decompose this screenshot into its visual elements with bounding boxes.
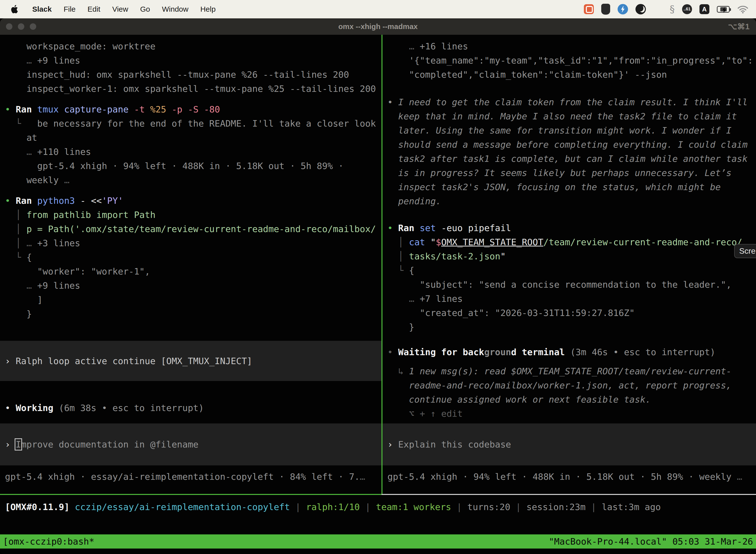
crescent-app-icon[interactable] xyxy=(635,4,646,14)
terminal-bottom-gap xyxy=(0,514,756,535)
terminal-line: "subject": "send a concise recommendatio… xyxy=(387,277,756,292)
terminal-line: } xyxy=(387,320,756,334)
terminal-line: is in progress? It seems likely but perh… xyxy=(387,166,756,180)
tmux-session-label[interactable]: [omx-cczip0:bash* xyxy=(3,535,94,549)
left-terminal-pane[interactable]: workspace_mode: worktree … +9 lines insp… xyxy=(0,35,381,494)
tmux-host-clock: "MacBook-Pro-44.local" 05:03 31-Mar-26 xyxy=(549,535,753,549)
traffic-lights xyxy=(6,18,36,35)
menu-bar: SlackFileEditViewGoWindowHelp § ..61 A xyxy=(0,0,756,18)
terminal-line: … +7 lines xyxy=(387,292,756,306)
wifi-icon[interactable] xyxy=(737,5,749,13)
terminal-line: "completed","claim_token":"claim-token"}… xyxy=(387,67,756,82)
terminal-line: "created_at": "2026-03-31T11:59:27.816Z" xyxy=(387,306,756,320)
terminal-line: ↳ 1 new msg(s): read $OMX_TEAM_STATE_ROO… xyxy=(387,364,756,378)
close-button[interactable] xyxy=(6,23,12,30)
terminal-line: readme-and-reco/mailbox/worker-1.json, a… xyxy=(387,378,756,392)
terminal-line: › Improve documentation in @filename xyxy=(5,437,198,451)
menu-item-slack[interactable]: Slack xyxy=(32,5,52,13)
terminal-line: • I need to get the claim token from the… xyxy=(387,95,756,109)
terminal-line: keep that in mind. Maybe I also need the… xyxy=(387,109,756,123)
terminal-line: [OMX#0.11.9] cczip/essay/ai-reimplementa… xyxy=(5,500,756,514)
menu-item-help[interactable]: Help xyxy=(200,5,216,13)
terminal-line: … +110 lines xyxy=(5,145,381,159)
terminal-line: task2 after task1 is complete, but can I… xyxy=(387,152,756,166)
terminal-line: gpt-5.4 xhigh · 94% left · 488K in · 5.1… xyxy=(5,159,381,173)
terminal-line: │ cat "$OMX_TEAM_STATE_ROOT/team/review-… xyxy=(387,235,756,249)
grid-dots-icon[interactable] xyxy=(653,5,662,14)
terminal-line: later. Using the same for transition mig… xyxy=(387,123,756,137)
terminal-line: │ p = Path('.omx/state/team/review-curre… xyxy=(5,222,381,236)
terminal-line: pending. xyxy=(387,194,756,208)
window-footer xyxy=(0,549,756,554)
terminal-line: should send a message before completing … xyxy=(387,137,756,152)
window-shortcut-badge: ⌥⌘1 xyxy=(728,22,750,31)
right-pane-status-line: gpt-5.4 xhigh · 94% left · 488K in · 5.1… xyxy=(387,469,756,484)
terminal-line: gpt-5.4 xhigh · essay/ai-reimplementatio… xyxy=(5,469,381,484)
terminal-line: inspect_hud: omx sparkshell --tmux-pane … xyxy=(5,67,381,82)
terminal-line: } xyxy=(5,307,381,321)
terminal-line: │ tasks/task-2.json" xyxy=(387,249,756,263)
right-scrollback: … +16 lines '{"team_name":"my-team","tas… xyxy=(382,35,756,421)
terminal-line: │ … +3 lines xyxy=(5,236,381,250)
menu-item-file[interactable]: File xyxy=(63,5,75,13)
left-prompt-input[interactable]: › Improve documentation in @filename xyxy=(0,424,381,465)
menu-item-go[interactable]: Go xyxy=(140,5,150,13)
keyboard-grid-icon[interactable] xyxy=(601,4,610,15)
terminal-line: at xyxy=(5,130,381,145)
menu-item-window[interactable]: Window xyxy=(162,5,189,13)
screen-share-tooltip: Scre xyxy=(734,244,756,258)
terminal-line: "worker": "worker-1", xyxy=(5,264,381,278)
inactive-pane-border xyxy=(381,494,756,495)
terminal-line: › Explain this codebase xyxy=(387,437,511,451)
tmux-content: workspace_mode: worktree … +9 lines insp… xyxy=(0,35,756,494)
terminal-line: ] xyxy=(5,293,381,307)
terminal-line: └ { xyxy=(5,250,381,264)
menu-status-icons: § ..61 A xyxy=(584,4,756,15)
window-title: omx --xhigh --madmax xyxy=(338,22,418,31)
menu-items: SlackFileEditViewGoWindowHelp xyxy=(32,5,228,13)
terminal-line: • Ran tmux capture-pane -t %25 -p -S -80 xyxy=(5,102,381,116)
screen-record-icon[interactable] xyxy=(584,4,594,14)
minimize-button[interactable] xyxy=(18,23,24,30)
squiggle-icon[interactable]: § xyxy=(670,4,675,14)
terminal-line: • Working (6m 38s • esc to interrupt) xyxy=(5,401,381,415)
apple-menu-icon[interactable] xyxy=(11,4,19,14)
terminal-line: workspace_mode: worktree xyxy=(5,39,381,53)
terminal-line: • Waiting for background terminal (3m 46… xyxy=(387,345,756,359)
terminal-line: … +9 lines xyxy=(5,278,381,293)
left-pane-status-line: gpt-5.4 xhigh · essay/ai-reimplementatio… xyxy=(5,469,381,484)
terminal-window: omx --xhigh --madmax ⌥⌘1 workspace_mode:… xyxy=(0,18,756,554)
terminal-line: continue assigned work or next feasible … xyxy=(387,392,756,406)
terminal-line: • Ran python3 - <<'PY' xyxy=(5,193,381,208)
terminal-line: inspect task2's JSON, focusing on the st… xyxy=(387,180,756,194)
terminal-line: … +16 lines xyxy=(387,39,756,53)
active-pane-border xyxy=(0,494,381,495)
left-notice-band: › Ralph loop active continue [OMX_TMUX_I… xyxy=(0,341,381,381)
menu-item-edit[interactable]: Edit xyxy=(87,5,101,13)
terminal-line: gpt-5.4 xhigh · 94% left · 488K in · 5.1… xyxy=(387,469,756,484)
bolt-badge-icon[interactable] xyxy=(618,4,628,14)
terminal-line: └ be necessary for the end of the README… xyxy=(5,116,381,130)
terminal-line: › Ralph loop active continue [OMX_TMUX_I… xyxy=(5,354,252,368)
tmux-status-bar[interactable]: [omx-cczip0:bash* "MacBook-Pro-44.local"… xyxy=(0,535,756,549)
terminal-line: inspect_worker-1: omx sparkshell --tmux-… xyxy=(5,82,381,96)
terminal-line: │ from pathlib import Path xyxy=(5,208,381,222)
terminal-line: … +9 lines xyxy=(5,53,381,67)
terminal-line: • Ran set -euo pipefail xyxy=(387,221,756,235)
right-prompt-input[interactable]: › Explain this codebase xyxy=(382,424,756,465)
input-source-icon[interactable]: A xyxy=(699,4,709,14)
zoom-button[interactable] xyxy=(30,23,36,30)
terminal-line: weekly … xyxy=(5,173,381,187)
omx-session-status-line: [OMX#0.11.9] cczip/essay/ai-reimplementa… xyxy=(0,495,756,514)
battery-icon[interactable] xyxy=(717,6,730,13)
right-terminal-pane[interactable]: … +16 lines '{"team_name":"my-team","tas… xyxy=(382,35,756,494)
left-working-status: • Working (6m 38s • esc to interrupt) xyxy=(5,401,381,415)
terminal-line: ⌥ + ↑ edit xyxy=(387,406,756,421)
window-title-bar[interactable]: omx --xhigh --madmax ⌥⌘1 xyxy=(0,18,756,35)
left-scrollback: workspace_mode: worktree … +9 lines insp… xyxy=(0,35,381,321)
menu-item-view[interactable]: View xyxy=(112,5,128,13)
pane-bottom-borders xyxy=(0,494,756,495)
terminal-line: └ { xyxy=(387,263,756,277)
terminal-line: '{"team_name":"my-team","task_id":"1","f… xyxy=(387,53,756,67)
countdown-badge[interactable]: ..61 xyxy=(682,4,692,14)
